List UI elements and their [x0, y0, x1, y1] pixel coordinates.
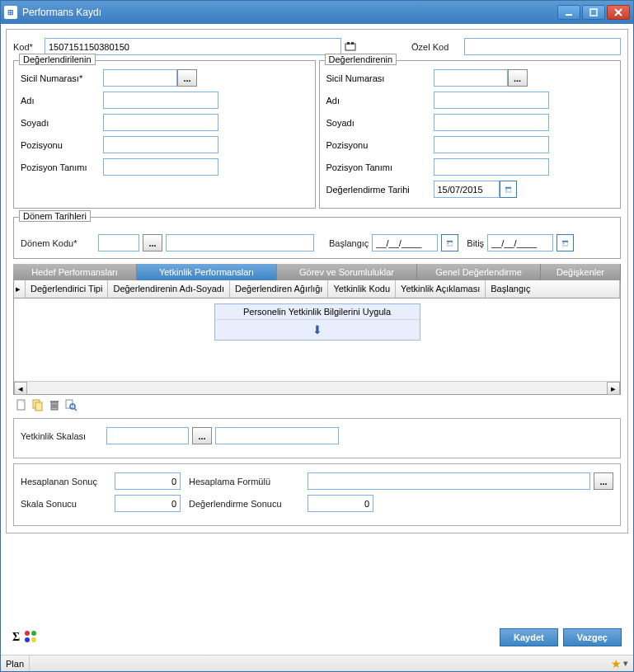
- tab-genel[interactable]: Genel Değerlendirme: [417, 264, 541, 280]
- ev-pozisyonu-label: Pozisyonu: [326, 140, 434, 150]
- status-spacer: [29, 656, 611, 671]
- bitis-calendar-button[interactable]: [557, 234, 574, 251]
- kod-input[interactable]: [45, 38, 341, 55]
- statusbar: Plan ★ ▾: [1, 655, 633, 671]
- ev-sicil-picker-button[interactable]: ...: [508, 69, 528, 87]
- copy-icon[interactable]: [31, 398, 45, 411]
- adi-label: Adı: [21, 96, 103, 106]
- sigma-icon[interactable]: Σ: [12, 631, 20, 644]
- svg-rect-12: [448, 243, 448, 244]
- sonuc-panel: Hesaplanan Sonuç Hesaplama Formülü ... S…: [13, 463, 621, 526]
- minimize-button[interactable]: [557, 5, 580, 20]
- svg-rect-5: [347, 42, 350, 45]
- donem-extra-input[interactable]: [166, 234, 314, 251]
- soyadi-input[interactable]: [103, 114, 218, 131]
- scroll-track[interactable]: [27, 382, 607, 394]
- svg-rect-6: [351, 42, 354, 45]
- ev-pozisyon-tanimi-input[interactable]: [434, 158, 549, 176]
- adi-input[interactable]: [103, 92, 218, 109]
- soyadi-label: Soyadı: [21, 118, 103, 128]
- star-dropdown-icon[interactable]: ▾: [623, 658, 628, 669]
- grid-col-adsoyad[interactable]: Değerlendirenin Adı-Soyadı: [108, 280, 230, 298]
- svg-rect-11: [447, 241, 453, 242]
- status-plan: Plan: [6, 659, 24, 669]
- baslangic-calendar-button[interactable]: [441, 234, 458, 251]
- period-legend: Dönem Tarihleri: [19, 210, 91, 222]
- attachment-icon[interactable]: [345, 41, 356, 53]
- bitis-input[interactable]: [487, 234, 553, 251]
- ev-soyadi-label: Soyadı: [326, 118, 434, 128]
- skala-panel: Yetkinlik Skalası ...: [13, 418, 621, 458]
- hesaplanan-input[interactable]: [115, 472, 181, 490]
- formul-picker-button[interactable]: ...: [594, 472, 613, 490]
- tab-degiskenler[interactable]: Değişkenler: [541, 264, 621, 280]
- skala-sonucu-input[interactable]: [115, 495, 181, 512]
- cancel-button[interactable]: Vazgeç: [563, 628, 622, 646]
- donem-kodu-label: Dönem Kodu*: [21, 238, 95, 248]
- ev-sicil-input[interactable]: [434, 69, 508, 87]
- donem-kodu-picker-button[interactable]: ...: [143, 234, 162, 251]
- pozisyon-tanimi-input[interactable]: [103, 158, 218, 176]
- donem-kodu-input[interactable]: [98, 234, 139, 251]
- deg-sonucu-input[interactable]: [308, 495, 373, 512]
- ev-soyadi-input[interactable]: [434, 114, 549, 131]
- calendar-icon: [447, 237, 453, 248]
- grid-drop-banner-text: Personelin Yetkinlik Bilgilerini Uygula: [215, 304, 420, 320]
- new-icon[interactable]: [15, 398, 28, 411]
- save-button[interactable]: Kaydet: [500, 628, 558, 646]
- footer: Σ Kaydet Vazgeç: [6, 623, 628, 650]
- tab-yetkinlik[interactable]: Yetkinlik Performansları: [137, 264, 277, 280]
- skala-input-2[interactable]: [215, 427, 339, 444]
- svg-rect-14: [562, 241, 568, 242]
- period-fieldset: Dönem Tarihleri Dönem Kodu* ... Başlangı…: [13, 217, 621, 259]
- ev-pozisyonu-input[interactable]: [434, 136, 549, 153]
- hesaplanan-label: Hesaplanan Sonuç: [21, 477, 111, 486]
- scroll-right-button[interactable]: ▸: [607, 382, 620, 395]
- pozisyonu-input[interactable]: [103, 136, 218, 153]
- sicil-input[interactable]: [103, 69, 177, 87]
- scroll-left-button[interactable]: ◂: [14, 382, 27, 395]
- close-button[interactable]: [607, 5, 630, 20]
- ev-pozisyon-tanimi-label: Pozisyon Tanımı: [326, 162, 434, 172]
- pozisyon-tanimi-label: Pozisyon Tanımı: [21, 162, 103, 172]
- tarih-input[interactable]: [434, 181, 500, 198]
- grid-col-yetaci[interactable]: Yetkinlik Açıklaması: [396, 280, 486, 298]
- evaluatee-fieldset: Değerlendirilenin Sicil Numarası* ... Ad…: [13, 60, 316, 209]
- skala-input-1[interactable]: [106, 427, 189, 444]
- grid-col-yetkod[interactable]: Yetkinlik Kodu: [328, 280, 396, 298]
- ev-sicil-label: Sicil Numarası: [326, 73, 434, 83]
- search-icon[interactable]: [64, 398, 77, 411]
- formul-label: Hesaplama Formülü: [189, 477, 304, 486]
- skala-picker-button[interactable]: ...: [192, 427, 212, 444]
- grid-body[interactable]: Personelin Yetkinlik Bilgilerini Uygula …: [14, 298, 620, 381]
- tab-gorev[interactable]: Görev ve Sorumluluklar: [277, 264, 417, 280]
- grid-rowselector-header[interactable]: ▸: [14, 280, 26, 298]
- delete-icon[interactable]: [48, 398, 61, 411]
- skala-sonucu-label: Skala Sonucu: [21, 499, 111, 509]
- evaluator-legend: Değerlendirenin: [325, 54, 397, 65]
- svg-rect-18: [35, 402, 42, 411]
- grid: ▸ Değerlendirici Tipi Değerlendirenin Ad…: [13, 280, 621, 395]
- calendar-icon: [505, 184, 511, 195]
- grid-col-agirlik[interactable]: Değerlendiren Ağırlığı: [230, 280, 328, 298]
- grid-drop-banner[interactable]: Personelin Yetkinlik Bilgilerini Uygula …: [214, 303, 420, 341]
- titlebar: ⊞ Performans Kaydı: [1, 1, 633, 24]
- deg-sonucu-label: Değerlendirme Sonucu: [189, 499, 304, 509]
- grid-col-tipi[interactable]: Değerlendirici Tipi: [26, 280, 108, 298]
- maximize-button[interactable]: [582, 5, 605, 20]
- tabs-bar: Hedef Performansları Yetkinlik Performan…: [13, 264, 621, 280]
- ozel-kod-input[interactable]: [464, 38, 621, 55]
- grid-col-baslangic[interactable]: Başlangıç: [486, 280, 620, 298]
- formul-input[interactable]: [308, 472, 590, 490]
- svg-line-26: [74, 408, 77, 411]
- star-icon[interactable]: ★: [611, 657, 622, 670]
- baslangic-input[interactable]: [372, 234, 438, 251]
- tab-hedef[interactable]: Hedef Performansları: [13, 264, 137, 280]
- sicil-label: Sicil Numarası*: [21, 73, 103, 83]
- ev-adi-input[interactable]: [434, 92, 549, 109]
- tarih-calendar-button[interactable]: [500, 181, 517, 198]
- clover-icon[interactable]: [25, 631, 36, 642]
- grid-hscrollbar[interactable]: ◂ ▸: [14, 381, 620, 394]
- sicil-picker-button[interactable]: ...: [177, 69, 197, 87]
- arrow-down-icon: ⬇: [312, 323, 322, 336]
